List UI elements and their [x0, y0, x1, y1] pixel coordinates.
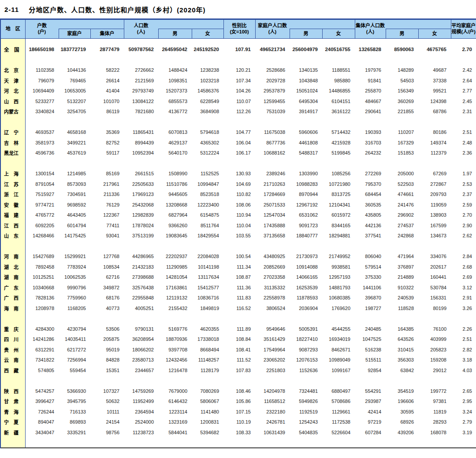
region-label: 河 北: [0, 86, 25, 96]
value-cell: 16253539: [290, 282, 322, 293]
value-cell: 9397708: [158, 344, 192, 355]
value-cell: 12599455: [255, 96, 290, 107]
value-cell: 111.52: [223, 355, 255, 366]
value-cell: 11878593: [290, 293, 322, 303]
value-cell: 67269: [418, 169, 451, 179]
value-cell: 496521734: [255, 44, 290, 55]
table-row: 贵 州6312291621727295019180662029397708866…: [0, 344, 476, 355]
value-cell: 3806524: [255, 303, 290, 314]
value-cell: 14759269: [124, 386, 158, 396]
value-cell: 10694409: [25, 86, 59, 96]
value-cell: 435805: [355, 210, 386, 221]
value-cell: 8791054: [25, 179, 59, 189]
value-cell: 107.83: [223, 365, 255, 376]
empty-cell: [25, 158, 476, 169]
value-cell: 8511764: [192, 220, 223, 231]
value-cell: 4693537: [25, 127, 59, 138]
value-cell: 118528: [386, 303, 418, 314]
value-cell: 14035411: [59, 334, 90, 345]
empty-cell: [25, 55, 476, 65]
region-label: 山 西: [0, 96, 25, 107]
value-cell: 6228549: [192, 96, 223, 107]
value-cell: 293987: [355, 396, 386, 407]
value-cell: 334076: [418, 251, 451, 262]
value-cell: 15299921: [59, 251, 90, 262]
value-cell: 17969123: [124, 189, 158, 200]
col-header-population-male: 男: [158, 29, 192, 39]
value-cell: 5949826: [290, 396, 322, 407]
value-cell: 104.77: [223, 127, 255, 138]
region-label: 广 西: [0, 293, 25, 303]
value-cell: 17284669: [255, 189, 290, 200]
region-label: 陕 西: [0, 386, 25, 396]
value-cell: 44286965: [124, 251, 158, 262]
value-cell: 5640170: [158, 148, 192, 159]
value-cell: 10914088: [290, 262, 322, 272]
value-cell: 41404: [90, 86, 124, 96]
value-cell: 7679000: [158, 386, 192, 396]
value-cell: 14204978: [255, 386, 290, 396]
value-cell: 35161429: [255, 334, 290, 345]
region-column-fill: [0, 241, 25, 251]
table-row: 福 建4765772464340512236712982839682796461…: [0, 210, 476, 221]
value-cell: 3996427: [25, 396, 59, 407]
value-cell: 349872: [90, 282, 124, 293]
value-cell: 14281054: [158, 272, 192, 283]
table-row: 北 京1102358104413658222272666214884241238…: [0, 65, 476, 76]
value-cell: 4136772: [158, 107, 192, 117]
value-cell: 103.55: [223, 231, 255, 241]
value-cell: 14241286: [25, 334, 59, 345]
value-cell: 130.93: [223, 169, 255, 179]
table-number: 2-11: [4, 6, 19, 13]
value-cell: 554291: [355, 386, 386, 396]
spacer-row: [0, 241, 476, 251]
value-cell: 95019: [90, 344, 124, 355]
value-cell: 11819: [418, 406, 451, 417]
value-cell: 7080269: [192, 386, 223, 396]
table-row: 湖 南1012525110062535627162739868814281054…: [0, 272, 476, 283]
value-cell: 272867: [418, 179, 451, 189]
region-label: 四 川: [0, 334, 25, 345]
value-cell: 21730973: [290, 251, 322, 262]
spacer-row: [0, 314, 476, 324]
value-cell: 7828136: [25, 293, 59, 303]
value-cell: 2.26: [451, 324, 476, 334]
region-label: 福 建: [0, 210, 25, 221]
value-cell: 3.12: [451, 282, 476, 293]
value-cell: 2.59: [451, 199, 476, 210]
value-cell: 127768: [90, 251, 124, 262]
value-cell: 18429554: [192, 231, 223, 241]
value-cell: 574805: [25, 365, 59, 376]
value-cell: 202617: [418, 262, 451, 272]
value-cell: 1508990: [158, 169, 192, 179]
value-cell: 63842: [386, 365, 418, 376]
value-cell: 7324481: [290, 386, 322, 396]
region-label: 江 西: [0, 220, 25, 231]
value-cell: 30595: [386, 406, 418, 417]
value-cell: 5199845: [322, 148, 355, 159]
population-group-band: [158, 19, 223, 29]
value-cell: 134673: [418, 231, 451, 241]
value-cell: 4230794: [59, 324, 90, 334]
table-row: 安 徽9774721969859276129254320681320866812…: [0, 199, 476, 210]
family-population-group-band: [290, 19, 355, 29]
col-header-households: 户数(户): [25, 19, 59, 39]
value-cell: 255870: [355, 86, 386, 96]
value-cell: 211336: [90, 189, 124, 200]
value-cell: 26614: [90, 75, 124, 86]
value-cell: 8970944: [290, 189, 322, 200]
value-cell: 2155432: [158, 303, 192, 314]
value-cell: 5714432: [322, 127, 355, 138]
value-cell: 8590063: [386, 44, 418, 55]
table-row: 广 西7828136775996068176229558481211913210…: [0, 293, 476, 303]
value-cell: 1047525: [355, 334, 386, 345]
value-cell: 18870936: [158, 334, 192, 345]
region-label: 内蒙古: [0, 107, 25, 117]
value-cell: 12104341: [322, 199, 355, 210]
value-cell: 894047: [25, 417, 59, 428]
value-cell: 15051024: [290, 86, 322, 96]
value-cell: 8994439: [124, 137, 158, 148]
value-cell: 13117634: [192, 272, 223, 283]
value-cell: 148289: [386, 65, 418, 76]
value-cell: 7341822: [25, 355, 59, 366]
